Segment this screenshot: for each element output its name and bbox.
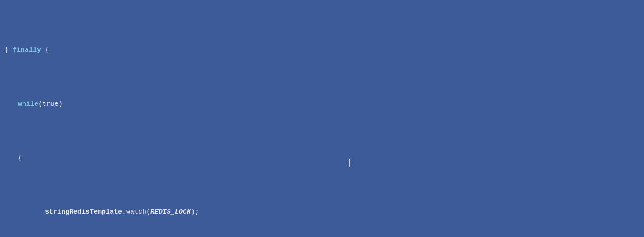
- code-line-2: {: [0, 153, 644, 164]
- code-line-3: stringRedisTemplate.watch(REDIS_LOCK);: [0, 207, 644, 218]
- code-line-1: while(true): [0, 99, 644, 110]
- code-container: } finally { while(true) { stringRedisTem…: [0, 0, 644, 237]
- code-line-0: } finally {: [0, 45, 644, 56]
- code-block: } finally { while(true) { stringRedisTem…: [0, 0, 644, 237]
- mouse-cursor: [349, 159, 354, 167]
